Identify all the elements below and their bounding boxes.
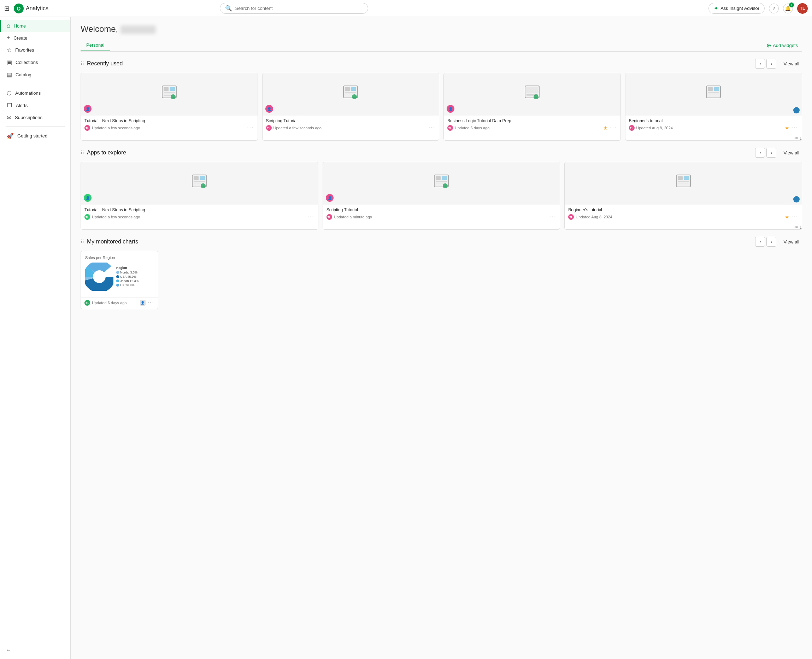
catalog-icon: ▤	[7, 71, 12, 78]
svg-point-17	[534, 95, 539, 99]
app-card-ae1[interactable]: 👤 Tutorial - Next Steps in Scripting TL …	[80, 162, 318, 230]
sidebar-item-home[interactable]: ⌂ Home	[0, 20, 70, 32]
nav-next-button[interactable]: ›	[766, 59, 776, 69]
sidebar-item-create[interactable]: + Create	[0, 32, 70, 44]
app-card-ae3[interactable]: Beginner's tutorial TL Updated Aug 8, 20…	[564, 162, 802, 230]
view-all-apps-to-explore[interactable]: View all	[780, 149, 802, 157]
app-thumbnail-icon	[523, 84, 541, 105]
view-all-recently-used[interactable]: View all	[780, 60, 802, 68]
top-nav: ⊞ Q Analytics 🔍 ✦ Ask Insight Advisor ? …	[0, 0, 812, 17]
svg-rect-27	[200, 176, 205, 180]
monitored-charts-nav: ‹ › View all	[755, 237, 802, 247]
sidebar-item-alerts[interactable]: ⧠ Alerts	[0, 99, 70, 111]
star-button[interactable]: ★	[785, 125, 789, 131]
legend-item-usa: USA 45.9%	[116, 275, 139, 278]
nav-prev-button[interactable]: ‹	[755, 59, 765, 69]
star-button[interactable]: ★	[603, 125, 608, 131]
eye-icon: 👁	[794, 136, 798, 140]
help-button[interactable]: ?	[769, 3, 779, 13]
search-icon: 🔍	[225, 5, 232, 12]
nav-prev-button[interactable]: ‹	[755, 148, 765, 158]
more-options-icon[interactable]: ···	[792, 125, 798, 131]
sidebar-item-automations[interactable]: ⬡ Automations	[0, 87, 70, 99]
app-card-ru2[interactable]: 👤 Scripting Tutorial TL Updated a few se…	[262, 73, 440, 140]
more-options-icon[interactable]: ···	[307, 214, 314, 220]
alerts-icon: ⧠	[7, 102, 13, 109]
eye-icon: 👁	[794, 225, 798, 229]
sidebar-item-label: Favorites	[15, 47, 34, 53]
svg-rect-5	[170, 87, 175, 91]
chart-card-sales-per-region[interactable]: Sales per Region	[80, 251, 158, 309]
sidebar-item-collections[interactable]: ▣ Collections	[0, 56, 70, 69]
more-options-icon[interactable]: ···	[247, 125, 254, 131]
sidebar-item-favorites[interactable]: ☆ Favorites	[0, 44, 70, 56]
monitored-charts-section: ⠿ My monitored charts ‹ › View all Sales…	[80, 237, 802, 309]
card-title: Scripting Tutorial	[326, 207, 557, 212]
tabs-row: Personal ⊕ Add widgets	[80, 39, 802, 52]
card-user-badge: 👤	[326, 194, 334, 202]
card-meta-text: Updated Aug 8, 2024	[575, 215, 612, 219]
card-meta-avatar: TL	[629, 125, 635, 131]
tab-personal[interactable]: Personal	[80, 39, 110, 51]
notifications-button[interactable]: 🔔 1	[783, 3, 793, 13]
card-meta-avatar: TL	[447, 125, 453, 131]
svg-rect-14	[526, 87, 539, 93]
svg-point-12	[352, 95, 357, 99]
app-thumbnail-icon	[161, 84, 178, 105]
more-options-icon[interactable]: ···	[549, 214, 556, 220]
drag-handle-icon: ⠿	[80, 239, 84, 244]
svg-rect-11	[351, 87, 356, 91]
more-options-icon[interactable]: ···	[429, 125, 435, 131]
card-user-badge: 👤	[84, 194, 91, 202]
sidebar-collapse-button[interactable]: ←	[0, 644, 70, 656]
rocket-icon: 🚀	[7, 132, 14, 139]
more-options-icon[interactable]: ···	[148, 300, 155, 306]
views-count: 👁 1	[564, 225, 802, 229]
pie-chart-container: Region Nordic 3.3% USA 45.9% Japan 12.3%…	[85, 263, 154, 291]
sidebar-item-label: Alerts	[16, 103, 28, 108]
more-options-icon[interactable]: ···	[610, 125, 616, 131]
sparkle-icon: ✦	[714, 5, 718, 12]
app-card-ru1[interactable]: 👤 Tutorial - Next Steps in Scripting TL …	[80, 73, 258, 140]
app-card-ae2[interactable]: 👤 Scripting Tutorial TL Updated a minute…	[323, 162, 560, 230]
insight-advisor-button[interactable]: ✦ Ask Insight Advisor	[708, 3, 765, 14]
pie-legend: Region Nordic 3.3% USA 45.9% Japan 12.3%…	[116, 266, 139, 288]
svg-rect-22	[714, 87, 719, 91]
avatar[interactable]: TL	[797, 3, 808, 14]
app-card-ru3[interactable]: 👤 Business Logic Tutorial Data Prep TL U…	[443, 73, 621, 140]
chart-section-title: Sales per Region	[85, 255, 154, 260]
card-meta-text: Updated a few seconds ago	[92, 215, 140, 219]
section-title-recently-used: Recently used	[87, 60, 123, 67]
app-card-ru4[interactable]: Beginner's tutorial TL Updated Aug 8, 20…	[625, 73, 803, 140]
sidebar-item-catalog[interactable]: ▤ Catalog	[0, 69, 70, 81]
search-bar[interactable]: 🔍	[220, 3, 368, 14]
svg-point-28	[201, 183, 206, 188]
section-title-monitored-charts: My monitored charts	[87, 238, 138, 245]
sidebar-divider-2	[6, 126, 65, 127]
sidebar-item-subscriptions[interactable]: ✉ Subscriptions	[0, 111, 70, 124]
nav-next-button[interactable]: ›	[766, 237, 776, 247]
plus-icon: +	[7, 35, 10, 41]
add-widgets-button[interactable]: ⊕ Add widgets	[762, 40, 802, 51]
chart-inner: Sales per Region	[81, 251, 158, 297]
view-all-monitored-charts[interactable]: View all	[780, 238, 802, 246]
card-title: Beginner's tutorial	[629, 118, 799, 123]
grid-menu-icon[interactable]: ⊞	[4, 5, 9, 13]
top-nav-right: ✦ Ask Insight Advisor ? 🔔 1 TL	[708, 3, 808, 14]
qlik-logo: Q Analytics	[14, 3, 49, 13]
card-title: Business Logic Tutorial Data Prep	[447, 118, 617, 123]
sidebar-item-label: Collections	[16, 60, 38, 65]
card-title: Tutorial - Next Steps in Scripting	[84, 207, 314, 212]
card-meta-text: Updated a few seconds ago	[273, 126, 322, 130]
star-button[interactable]: ★	[785, 214, 789, 220]
more-options-icon[interactable]: ···	[792, 214, 798, 220]
nav-next-button[interactable]: ›	[766, 148, 776, 158]
sidebar-item-getting-started[interactable]: 🚀 Getting started	[0, 130, 70, 142]
sidebar-item-label: Automations	[15, 90, 41, 96]
card-title: Scripting Tutorial	[266, 118, 436, 123]
search-input[interactable]	[235, 6, 363, 11]
svg-rect-8	[345, 87, 350, 91]
nav-prev-button[interactable]: ‹	[755, 237, 765, 247]
sidebar-item-label: Getting started	[17, 133, 47, 139]
blue-indicator-dot	[793, 107, 799, 114]
